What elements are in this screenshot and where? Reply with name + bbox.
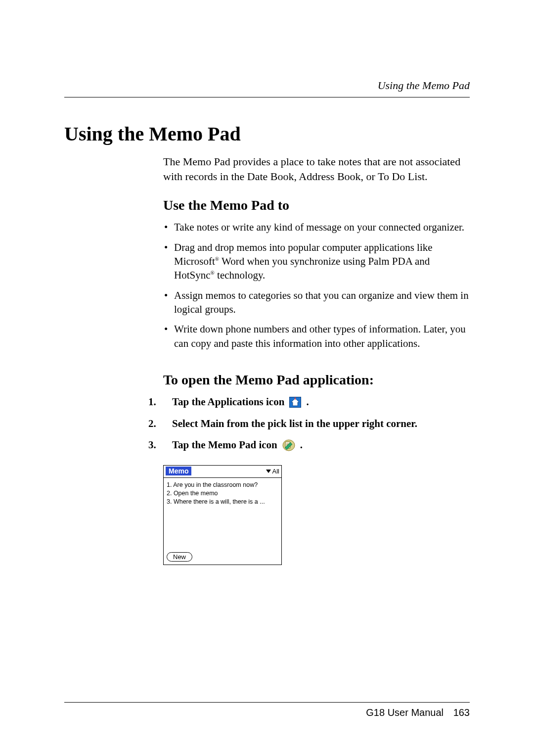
step-number: 3.	[148, 438, 167, 452]
list-item: Assign memos to categories so that you c…	[174, 288, 470, 317]
step-item: 1. Tap the Applications icon .	[148, 395, 470, 409]
applications-icon	[289, 397, 301, 408]
header-rule	[64, 97, 470, 97]
section-heading-open: To open the Memo Pad application:	[163, 372, 470, 388]
footer-rule	[64, 702, 470, 703]
registered-mark: ®	[215, 256, 219, 262]
category-picklist[interactable]: All	[266, 468, 279, 475]
memo-app-title: Memo	[166, 467, 191, 475]
running-header: Using the Memo Pad	[64, 79, 470, 92]
step-text: Tap the Memo Pad icon	[172, 438, 277, 452]
page-title: Using the Memo Pad	[64, 122, 470, 145]
divider	[164, 477, 281, 478]
memo-app-screenshot: Memo All 1. Are you in the classroom now…	[163, 465, 282, 565]
new-button[interactable]: New	[167, 552, 192, 562]
memo-row[interactable]: 2. Open the memo	[167, 489, 278, 498]
body-column: The Memo Pad provides a place to take no…	[163, 154, 470, 388]
intro-paragraph: The Memo Pad provides a place to take no…	[163, 154, 470, 184]
step-period: .	[300, 438, 303, 452]
step-item: 2. Select Main from the pick list in the…	[148, 417, 470, 431]
memo-button-row: New	[164, 549, 281, 565]
memo-titlebar: Memo All	[164, 466, 281, 476]
dropdown-triangle-icon	[266, 470, 271, 473]
list-item: Take notes or write any kind of message …	[174, 220, 470, 234]
picklist-label: All	[272, 468, 279, 475]
manual-title: G18 User Manual	[366, 707, 444, 718]
step-item: 3. Tap the Memo Pad icon .	[148, 438, 470, 452]
memo-row[interactable]: 3. Where there is a will, there is a ...	[167, 498, 278, 506]
section-heading-uses: Use the Memo Pad to	[163, 197, 470, 213]
page-footer: G18 User Manual 163	[366, 707, 470, 718]
steps-list: 1. Tap the Applications icon . 2. Select…	[148, 395, 470, 452]
step-period: .	[306, 395, 309, 409]
manual-page: Using the Memo Pad Using the Memo Pad Th…	[0, 0, 534, 756]
step-text: Select Main from the pick list in the up…	[172, 417, 417, 431]
memo-list: 1. Are you in the classroom now? 2. Open…	[164, 480, 281, 549]
memo-pad-icon	[282, 439, 295, 451]
registered-mark: ®	[211, 270, 215, 276]
page-number: 163	[453, 707, 470, 718]
memo-row[interactable]: 1. Are you in the classroom now?	[167, 481, 278, 489]
step-number: 2.	[148, 417, 167, 431]
list-item-text: technology.	[215, 269, 265, 281]
step-number: 1.	[148, 395, 167, 409]
step-text: Tap the Applications icon	[172, 395, 284, 409]
use-bullet-list: Take notes or write any kind of message …	[163, 220, 470, 350]
list-item: Drag and drop memos into popular compute…	[174, 240, 470, 283]
list-item: Write down phone numbers and other types…	[174, 322, 470, 350]
